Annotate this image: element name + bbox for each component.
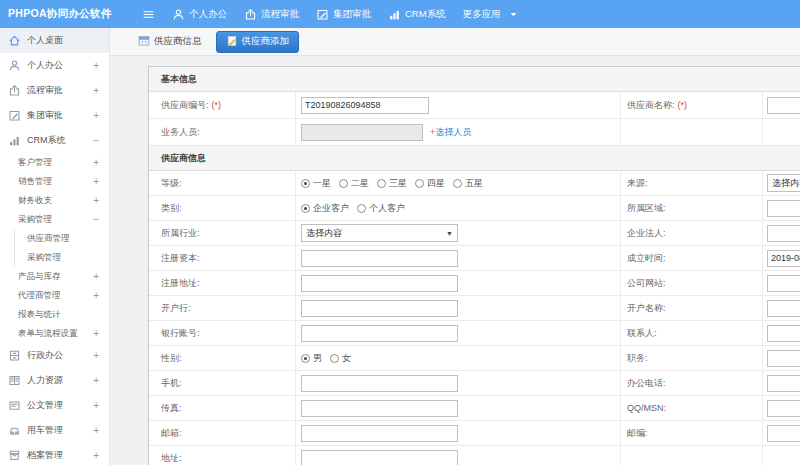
radio-icon[interactable] [377, 179, 386, 188]
sidebar-item[interactable]: 人力资源+ [0, 368, 109, 393]
expand-marker[interactable]: + [93, 85, 99, 96]
radio-icon[interactable] [453, 179, 462, 188]
sidebar-subitem[interactable]: 客户管理+ [0, 153, 109, 172]
text-input[interactable] [301, 250, 458, 267]
text-input[interactable] [767, 275, 800, 292]
sidebar-item[interactable]: 个人办公+ [0, 53, 109, 78]
radio-option[interactable]: 企业客户 [301, 202, 349, 215]
sidebar-item[interactable]: 档案管理+ [0, 443, 109, 465]
radio-icon[interactable] [301, 204, 310, 213]
topnav-item-3[interactable]: CRM系统 [388, 8, 446, 21]
radio-option[interactable]: 三星 [377, 177, 407, 190]
select-person-link[interactable]: +选择人员 [430, 126, 471, 139]
sidebar-subitem[interactable]: 代理商管理+ [0, 286, 109, 305]
text-input[interactable] [301, 375, 458, 392]
approval-icon [8, 84, 21, 97]
radio-option[interactable]: 个人客户 [357, 202, 405, 215]
text-input[interactable] [301, 450, 458, 465]
archive-icon [8, 449, 21, 462]
topnav-item-4[interactable]: 更多应用 [463, 8, 520, 21]
expand-marker[interactable]: + [93, 157, 99, 168]
tab-supplier-info[interactable]: 供应商信息 [134, 32, 206, 52]
expand-marker[interactable]: + [93, 290, 99, 301]
text-input[interactable] [767, 97, 800, 114]
radio-icon[interactable] [415, 179, 424, 188]
expand-marker[interactable]: + [93, 450, 99, 461]
field-label: 邮编: [627, 427, 648, 440]
sidebar-item[interactable]: CRM系统− [0, 128, 109, 153]
expand-marker[interactable]: + [93, 176, 99, 187]
sidebar-subitem[interactable]: 采购管理− [0, 210, 109, 229]
sidebar-item-label: 个人办公 [27, 59, 63, 72]
expand-marker[interactable]: + [93, 271, 99, 282]
expand-marker[interactable]: + [93, 425, 99, 436]
radio-icon[interactable] [339, 179, 348, 188]
expand-marker[interactable]: + [93, 60, 99, 71]
topnav-label: CRM系统 [405, 8, 446, 21]
sidebar-item[interactable]: 集团审批+ [0, 103, 109, 128]
radio-icon[interactable] [301, 179, 310, 188]
radio-icon[interactable] [357, 204, 366, 213]
text-input[interactable] [301, 124, 423, 141]
field-label-cell: 传真: [149, 396, 296, 420]
expand-marker[interactable]: + [93, 400, 99, 411]
sidebar-subitem[interactable]: 产品与库存+ [0, 267, 109, 286]
expand-marker[interactable]: + [93, 110, 99, 121]
sidebar-subsubitem[interactable]: 供应商管理 [15, 229, 109, 248]
radio-option[interactable]: 四星 [415, 177, 445, 190]
radio-option[interactable]: 一星 [301, 177, 331, 190]
select-dropdown[interactable]: 选择内容▼ [301, 224, 458, 242]
text-input[interactable] [767, 325, 800, 342]
text-input[interactable] [767, 350, 800, 367]
sidebar-item[interactable]: 流程审批+ [0, 78, 109, 103]
text-input[interactable] [767, 300, 800, 317]
radio-icon[interactable] [301, 354, 310, 363]
expand-marker[interactable]: + [93, 375, 99, 386]
expand-marker[interactable]: + [93, 195, 99, 206]
field-label: 所属行业: [161, 227, 200, 240]
sidebar-item[interactable]: 公文管理+ [0, 393, 109, 418]
field-label-cell: 职务: [621, 346, 763, 370]
sidebar-subitem[interactable]: 财务收支+ [0, 191, 109, 210]
radio-option[interactable]: 五星 [453, 177, 483, 190]
expand-marker[interactable]: + [93, 350, 99, 361]
radio-option[interactable]: 女 [330, 352, 351, 365]
topnav-item-1[interactable]: 流程审批 [244, 8, 299, 21]
sidebar-subitem-label: 客户管理 [18, 157, 52, 169]
text-input[interactable] [767, 375, 800, 392]
sidebar-subitem[interactable]: 销售管理+ [0, 172, 109, 191]
radio-option[interactable]: 男 [301, 352, 322, 365]
topnav-item-2[interactable]: 集团审批 [316, 8, 371, 21]
select-dropdown[interactable]: 选择内容▼ [767, 174, 800, 192]
text-input[interactable] [767, 225, 800, 242]
menu-toggle-icon[interactable] [142, 8, 155, 21]
sidebar-subitem[interactable]: 报表与统计 [0, 305, 109, 324]
sidebar-item[interactable]: 用车管理+ [0, 418, 109, 443]
field-label: 注册地址: [161, 277, 200, 290]
radio-option[interactable]: 二星 [339, 177, 369, 190]
sidebar-subsubitem[interactable]: 采购管理 [15, 248, 109, 267]
field-cell [763, 196, 800, 220]
sidebar-subitem[interactable]: 表单与流程设置+ [0, 324, 109, 343]
text-input[interactable] [301, 400, 458, 417]
tab-supplier-add[interactable]: 供应商添加 [216, 31, 300, 53]
text-input[interactable] [767, 400, 800, 417]
sidebar-item[interactable]: 个人桌面 [0, 28, 109, 53]
text-input[interactable] [301, 325, 458, 342]
tab-label: 供应商信息 [154, 35, 202, 48]
expand-marker[interactable]: − [93, 135, 99, 146]
topnav-item-0[interactable]: 个人办公 [172, 8, 227, 21]
radio-option-label: 三星 [389, 177, 407, 190]
text-input[interactable] [767, 425, 800, 442]
text-input[interactable] [301, 300, 458, 317]
expand-marker[interactable]: + [93, 328, 99, 339]
text-input[interactable] [301, 425, 458, 442]
text-input[interactable] [301, 97, 429, 114]
text-input[interactable] [301, 275, 458, 292]
sidebar-item[interactable]: 行政办公+ [0, 343, 109, 368]
expand-marker[interactable]: − [93, 214, 99, 225]
text-input[interactable] [767, 250, 800, 267]
text-input[interactable] [767, 200, 800, 217]
form-row: 业务人员:+选择人员 [149, 119, 800, 146]
radio-icon[interactable] [330, 354, 339, 363]
